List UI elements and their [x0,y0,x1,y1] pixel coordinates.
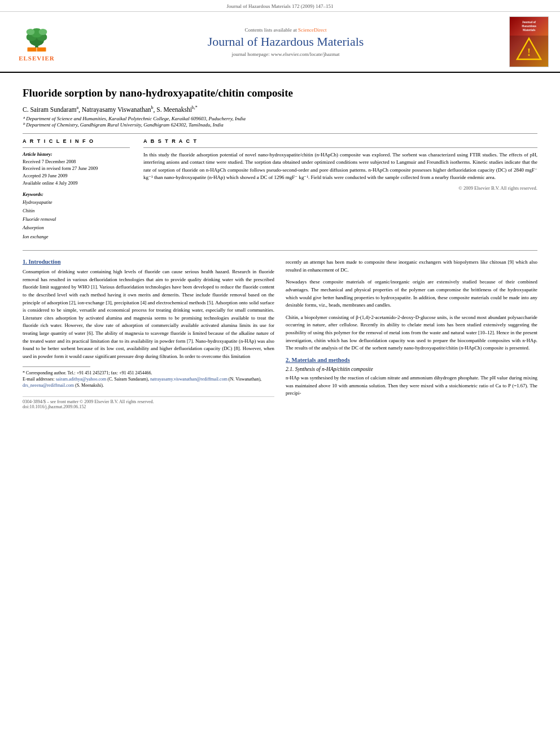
top-bar: Journal of Hazardous Materials 172 (2009… [0,0,560,12]
svg-point-6 [39,29,47,35]
footnote-email-block: E-mail addresses: sairam.adithya@yahoo.c… [23,376,274,388]
svg-text:!: ! [527,47,531,58]
article-info-divider [23,147,130,148]
keyword-3: Fluoride removal [23,215,130,224]
available-date: Available online 4 July 2009 [23,180,130,187]
section2-para1: n-HAp was synthesised by the reaction of… [286,374,537,397]
sup-a: a [77,105,79,110]
section1-heading: 1. Introduction [23,259,274,265]
email-label: E-mail addresses: [23,377,55,382]
email2-for: (N. Viswanathan), [229,377,261,382]
keyword-4: Adsorption [23,224,130,232]
received-date: Received 7 December 2008 [23,158,130,165]
main-content-columns: 1. Introduction Consumption of drinking … [23,259,537,409]
section1-para1-right: recently an attempt has been made to com… [286,259,537,274]
article-info-column: A R T I C L E I N F O Article history: R… [23,138,130,246]
keyword-2: Chitin [23,207,130,215]
abstract-label: A B S T R A C T [143,138,537,144]
sup-c: b,* [192,105,198,110]
journal-name: Journal of Hazardous Materials [62,34,509,49]
journal-homepage: journal homepage: www.elsevier.com/locat… [62,51,509,57]
cover-graphic-icon: ! [510,36,548,67]
contents-available-text: Contents lists available at ScienceDirec… [62,27,509,33]
author-a-name: C. Sairam Sundaram [23,106,77,113]
abstract-text: In this study the fluoride adsorption po… [143,151,537,182]
email2-link[interactable]: natrayasamy.viswanathan@rediffmail.com [150,377,228,382]
doi-line: doi:10.1016/j.jhazmat.2009.06.152 [23,404,274,409]
email1-for: (C. Sairam Sundaram), [107,377,149,382]
history-block: Article history: Received 7 December 200… [23,151,130,187]
bottom-bar: 0304-3894/$ – see front matter © 2009 El… [23,396,274,409]
accepted-date: Accepted 29 June 2009 [23,172,130,180]
footnote-star: * Corresponding author. Tel.: +91 451 24… [23,370,274,376]
copyright-line: © 2009 Elsevier B.V. All rights reserved… [143,185,537,191]
email3-for: (S. Meenakshi). [75,383,104,388]
issn-line: 0304-3894/$ – see front matter © 2009 El… [23,399,274,404]
header-divider [23,133,537,134]
main-right-column: recently an attempt has been made to com… [286,259,537,409]
journal-cover-image: Journal ofHazardousMaterials ! [509,16,549,67]
footnote-divider [23,366,90,367]
keyword-1: Hydroxyapatite [23,198,130,207]
journal-ref: Journal of Hazardous Materials 172 (2009… [227,3,334,9]
keywords-list: Hydroxyapatite Chitin Fluoride removal A… [23,198,130,241]
elsevier-tree-icon [20,23,54,54]
revised-date: Received in revised form 27 June 2009 [23,165,130,172]
sup-b: b [151,105,154,110]
affiliation-b: ᵇ Department of Chemistry, Gandhigram Ru… [23,122,537,128]
article-body: Fluoride sorption by nano-hydroxyapatite… [0,73,560,421]
author-b-name: Natrayasamy Viswanathan [82,106,151,113]
body-divider [23,250,537,251]
abstract-column: A B S T R A C T In this study the fluori… [143,138,537,246]
main-left-column: 1. Introduction Consumption of drinking … [23,259,274,409]
info-abstract-columns: A R T I C L E I N F O Article history: R… [23,138,537,246]
article-info-label: A R T I C L E I N F O [23,138,130,144]
page-wrapper: Journal of Hazardous Materials 172 (2009… [0,0,560,421]
affiliations: ᵃ Department of Science and Humanities, … [23,116,537,128]
email3-link[interactable]: drs_neeena@rediffmail.com [23,383,74,388]
elsevier-logo: ELSEVIER [11,23,62,62]
history-label: Article history: [23,151,130,157]
email1-link[interactable]: sairam.adithya@yahoo.com [56,377,107,382]
elsevier-brand-label: ELSEVIER [19,55,55,62]
keywords-label: Keywords: [23,191,130,197]
article-title: Fluoride sorption by nano-hydroxyapatite… [23,86,537,101]
authors-line: C. Sairam Sundarama, Natrayasamy Viswana… [23,105,537,113]
svg-point-5 [27,29,35,35]
section1-para2-right: Nowadays these composite materials of or… [286,278,537,309]
section2-subheading: 2.1. Synthesis of n-HAp/chitin composite [286,366,537,372]
journal-header: ELSEVIER Contents lists available at Sci… [0,12,560,73]
section2-heading: 2. Materials and methods [286,357,537,363]
author-c-name: S. Meenakshi [156,106,192,113]
section1-para3-right: Chitin, a biopolymer consisting of β-(1,… [286,314,537,352]
cover-title-text: Journal ofHazardousMaterials [520,19,537,33]
affiliation-a: ᵃ Department of Science and Humanities, … [23,116,537,121]
sciencedirect-link[interactable]: ScienceDirect [298,27,326,33]
journal-title-center: Contents lists available at ScienceDirec… [62,27,509,57]
section1-para1: Consumption of drinking water containing… [23,268,274,361]
abstract-divider [143,147,537,148]
keywords-block: Keywords: Hydroxyapatite Chitin Fluoride… [23,191,130,241]
keyword-5: Ion exchange [23,233,130,241]
